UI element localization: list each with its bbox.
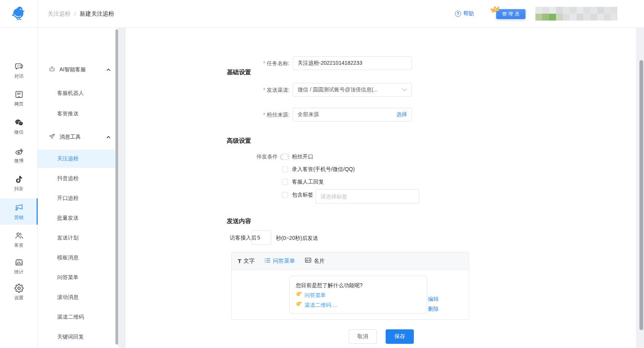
section-title-advanced: 高级设置 — [227, 137, 251, 145]
required-asterisk: * — [263, 60, 265, 66]
rail-item-label: 网页 — [14, 101, 24, 107]
wechat-icon — [14, 118, 24, 127]
rail-item-label: 客资 — [14, 242, 24, 249]
sidebar-item-send-plan[interactable]: 发送计划 — [38, 229, 118, 247]
sidebar-group-message-tools[interactable]: 消息工具 — [38, 128, 118, 146]
pointing-hand-icon — [296, 290, 303, 300]
channel-select[interactable]: 微信 / 圆圆测试账号@顶倍信息(... — [293, 83, 412, 97]
rail-item-label: 微信 — [14, 129, 24, 136]
logo[interactable] — [0, 0, 38, 28]
page-scrollbar-thumb[interactable] — [639, 60, 643, 330]
list-icon — [264, 258, 271, 264]
delay-seconds-input[interactable] — [257, 235, 271, 241]
paper-plane-icon — [49, 133, 55, 141]
stop-condition-option: 粉丝开口 — [282, 153, 313, 161]
save-button[interactable]: 保存 — [386, 329, 414, 344]
sidebar-item-douyin-chase[interactable]: 抖音追粉 — [38, 169, 118, 188]
sidebar-item-follow-chase[interactable]: 关注追粉 — [38, 150, 118, 168]
gear-icon — [14, 284, 24, 293]
sidebar-item-qa-menu[interactable]: 问答菜单 — [38, 268, 118, 287]
sidebar-scrollbar-thumb[interactable] — [115, 29, 118, 345]
rail-item-label: 设置 — [14, 295, 24, 301]
sidebar-item-open-chase[interactable]: 开口追粉 — [38, 189, 118, 208]
message-actions: 编辑 删除 — [428, 294, 439, 314]
role-badge-wrap: 管理员 — [496, 10, 526, 18]
delete-link[interactable]: 删除 — [428, 304, 439, 314]
bubble-question-text: 您目前是想了解什么功能呢? — [296, 280, 363, 290]
checkbox-lead-entered[interactable] — [282, 166, 288, 172]
stop-condition-option: 客服人工回复 — [282, 178, 324, 186]
rail-item-marketing[interactable]: 营销 — [0, 198, 38, 225]
checkbox-label: 录入客资(手机号/微信/QQ) — [292, 166, 355, 173]
rail-item-douyin[interactable]: 抖音 — [0, 172, 38, 195]
sidebar-item-lead-push[interactable]: 客资推送 — [38, 105, 118, 123]
rail-item-contacts[interactable]: 客资 — [0, 229, 38, 251]
webpage-icon — [14, 90, 24, 99]
required-asterisk: * — [263, 87, 265, 93]
top-header: 关注追粉 / 新建关注追粉 帮助 管理员 — [0, 0, 644, 28]
required-asterisk: * — [263, 112, 265, 118]
sidebar-item-bulk-send[interactable]: 批量发送 — [38, 209, 118, 227]
checkbox-label: 客服人工回复 — [292, 179, 324, 185]
fan-source-value: 全部来源 — [298, 111, 396, 118]
channel-select-value: 微信 / 圆圆测试账号@顶倍信息(... — [298, 86, 400, 93]
channel-label: *发送渠道: — [232, 83, 290, 97]
checkbox-label: 包含标签 — [292, 192, 313, 198]
sidebar: AI智能客服 客服机器人 客资推送 消息工具 关注追粉 抖音追粉 开口追粉 批量… — [38, 28, 118, 348]
crown-icon — [490, 4, 502, 16]
rail-item-wechat[interactable]: 微信 — [0, 116, 38, 138]
people-icon — [14, 231, 24, 240]
icon-rail: 对话 网页 微信 — [0, 28, 38, 348]
question-circle-icon — [455, 11, 461, 17]
sidebar-group-ai[interactable]: AI智能客服 — [38, 61, 118, 79]
rail-item-chat[interactable]: 对话 — [0, 60, 38, 82]
bird-logo-icon — [10, 5, 27, 22]
sidebar-group-label: 消息工具 — [59, 134, 81, 140]
breadcrumb: 关注追粉 / 新建关注追粉 — [48, 10, 114, 18]
fan-source-label: *粉丝来源: — [232, 108, 290, 121]
sidebar-item-template-message[interactable]: 模板消息 — [38, 249, 118, 267]
tag-select-field — [316, 189, 419, 204]
breadcrumb-parent[interactable]: 关注追粉 — [48, 10, 70, 18]
fan-source-select-link[interactable]: 选择 — [396, 111, 407, 118]
card-icon — [305, 257, 311, 264]
checkbox-has-tag[interactable] — [282, 192, 288, 198]
bubble-link-qa-menu[interactable]: 问答菜单 — [304, 290, 326, 300]
page-scrollbar-track[interactable] — [636, 28, 644, 348]
text-icon: T — [238, 258, 241, 264]
tab-qa-menu[interactable]: 问答菜单 — [264, 257, 295, 265]
breadcrumb-separator: / — [74, 11, 76, 17]
composer-tabs: T 文字 问答菜单 — [232, 252, 469, 270]
checkbox-fan-open[interactable] — [282, 154, 288, 160]
tag-select-input[interactable] — [320, 193, 414, 200]
fan-source-field[interactable]: 全部来源 选择 — [293, 108, 412, 121]
stop-condition-option: 录入客资(手机号/微信/QQ) — [282, 165, 355, 174]
chat-icon — [14, 62, 24, 71]
task-name-input[interactable] — [298, 60, 407, 66]
rail-item-weibo[interactable]: 微博 — [0, 144, 38, 166]
app-window: 关注追粉 / 新建关注追粉 帮助 管理员 — [0, 0, 644, 348]
sidebar-item-channel-qrcode[interactable]: 渠道二维码 — [38, 308, 118, 326]
rail-item-webpage[interactable]: 网页 — [0, 88, 38, 110]
composer-body: 您目前是想了解什么功能呢? 问答菜单 — [232, 270, 469, 319]
tab-label: 问答菜单 — [273, 257, 295, 265]
sidebar-item-scroll-message[interactable]: 滚动消息 — [38, 288, 118, 306]
sidebar-item-keyword-reply[interactable]: 关键词回复 — [38, 328, 118, 346]
sidebar-item-service-bot[interactable]: 客服机器人 — [38, 84, 118, 102]
cancel-button[interactable]: 取消 — [349, 329, 377, 344]
rail-item-stats[interactable]: 统计 — [0, 255, 38, 278]
rail-item-settings[interactable]: 设置 — [0, 281, 38, 303]
megaphone-icon — [14, 203, 24, 212]
task-name-field — [293, 56, 412, 70]
header-right: 帮助 管理员 — [455, 6, 644, 21]
checkbox-agent-replied[interactable] — [282, 179, 288, 185]
content-left-gutter — [118, 28, 126, 348]
rail-item-label: 对话 — [14, 73, 24, 80]
tab-business-card[interactable]: 名片 — [305, 257, 325, 265]
edit-link[interactable]: 编辑 — [428, 294, 439, 304]
bubble-link-channel-qrcode[interactable]: 渠道二维码 ... — [304, 300, 337, 310]
user-name-blurred[interactable] — [535, 6, 617, 21]
tab-label: 名片 — [314, 257, 325, 265]
tab-text[interactable]: T 文字 — [238, 257, 255, 265]
help-button[interactable]: 帮助 — [455, 10, 474, 17]
